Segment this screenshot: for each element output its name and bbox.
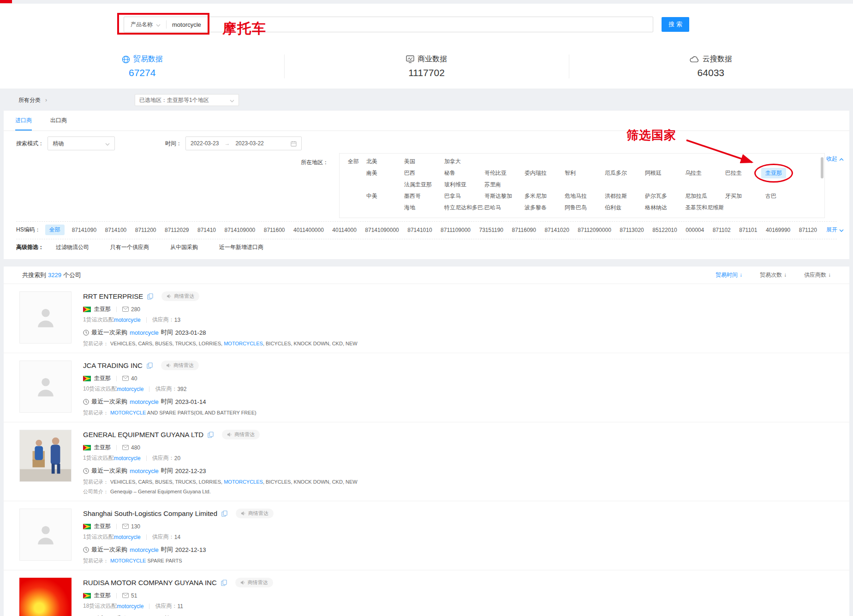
region-cell[interactable]: 苏里南 (484, 181, 525, 189)
stat-item[interactable]: 云搜数据64033 (569, 48, 853, 85)
hs-code-item[interactable]: 40114000 (332, 227, 357, 233)
company-thumbnail[interactable] (19, 291, 72, 344)
sort-option[interactable]: 贸易时间↓ (716, 271, 742, 279)
hs-code-item[interactable]: 85122010 (652, 227, 677, 233)
search-mode-select[interactable]: 精确 (48, 136, 115, 150)
advanced-option[interactable]: 从中国采购 (170, 243, 198, 251)
search-button[interactable]: 搜 索 (662, 17, 689, 32)
breadcrumb-root[interactable]: 所有分类 (18, 96, 41, 104)
region-cell[interactable]: 牙买加 (725, 192, 765, 200)
region-cell[interactable]: 加拿大 (444, 158, 484, 166)
region-cell[interactable]: 洪都拉斯 (605, 192, 645, 200)
region-group-cell[interactable]: 中美 (366, 192, 404, 200)
hs-code-item[interactable]: 000004 (686, 227, 704, 233)
region-cell[interactable]: 古巴 (765, 192, 805, 200)
hs-code-item[interactable]: 87112090000 (578, 227, 611, 233)
region-cell[interactable]: 巴拿马 (444, 192, 484, 200)
region-cell[interactable]: 秘鲁 (444, 169, 484, 177)
hs-code-item[interactable]: 871102 (713, 227, 731, 233)
company-thumbnail[interactable] (19, 430, 72, 482)
advanced-option[interactable]: 近一年新增进口商 (219, 243, 263, 251)
region-cell[interactable]: 萨尔瓦多 (645, 192, 685, 200)
region-cell[interactable]: 多米尼加 (525, 192, 565, 200)
company-thumbnail[interactable] (19, 509, 72, 561)
region-cell[interactable]: 美国 (404, 158, 444, 166)
region-cell[interactable]: 危地马拉 (565, 192, 605, 200)
search-query-input[interactable]: motorcycle (167, 21, 201, 28)
region-cell[interactable]: 巴西 (404, 169, 444, 177)
company-thumbnail[interactable] (19, 578, 72, 616)
region-cell[interactable]: 委内瑞拉 (525, 169, 565, 177)
company-name[interactable]: RRT ENTERPRISE (83, 292, 143, 300)
business-radar-badge[interactable]: 商情雷达 (235, 578, 273, 587)
copy-icon[interactable] (147, 362, 153, 369)
hs-code-item[interactable]: 8714100 (105, 227, 127, 233)
business-radar-badge[interactable]: 商情雷达 (161, 291, 199, 301)
region-cell[interactable]: 法属圭亚那 (404, 181, 444, 189)
region-cell[interactable]: 玻利维亚 (444, 181, 484, 189)
stat-item[interactable]: 商业数据1117702 (284, 48, 568, 85)
collapse-link[interactable]: 收起 (826, 155, 844, 163)
hs-code-item[interactable]: 87112029 (165, 227, 189, 233)
region-cell[interactable]: 哥斯达黎加 (484, 192, 525, 200)
business-radar-badge[interactable]: 商情雷达 (222, 430, 260, 439)
hs-code-item[interactable]: 87116090 (512, 227, 536, 233)
advanced-option[interactable]: 过滤物流公司 (56, 243, 89, 251)
region-cell[interactable]: 墨西哥 (404, 192, 444, 200)
region-cell[interactable]: 智利 (565, 169, 605, 177)
region-cell[interactable]: 阿根廷 (645, 169, 685, 177)
sort-option[interactable]: 贸易次数↓ (760, 271, 787, 279)
hs-code-item[interactable]: 8711109000 (441, 227, 471, 233)
hs-code-item[interactable]: 87141020 (544, 227, 569, 233)
region-cell[interactable]: 特立尼达和多巴... (444, 204, 484, 212)
hs-code-item[interactable]: 871101 (739, 227, 757, 233)
region-cell[interactable]: 尼加拉瓜 (685, 192, 725, 200)
expand-link[interactable]: 展开 (826, 226, 844, 234)
copy-icon[interactable] (147, 293, 153, 300)
business-radar-badge[interactable]: 商情雷达 (236, 509, 274, 518)
region-cell[interactable]: 圭亚那 (765, 168, 805, 178)
hs-code-item[interactable]: 871410 (197, 227, 216, 233)
tab-item[interactable]: 出口商 (50, 111, 67, 130)
company-name[interactable]: GENERAL EQUIPMENT GUYANA LTD (83, 431, 203, 438)
region-cell[interactable]: 波多黎各 (525, 204, 565, 212)
region-cell[interactable]: 乌拉圭 (685, 169, 725, 177)
copy-icon[interactable] (221, 580, 227, 586)
copy-icon[interactable] (208, 432, 214, 438)
search-field-selector[interactable]: 产品名称 (124, 20, 166, 29)
region-group-cell[interactable]: 北美 (366, 158, 404, 166)
region-cell[interactable]: 哥伦比亚 (484, 169, 525, 177)
region-cell[interactable]: 格林纳达 (645, 204, 685, 212)
region-cell[interactable]: 厄瓜多尔 (605, 169, 645, 177)
scrollbar-thumb[interactable] (821, 157, 823, 178)
company-thumbnail[interactable] (19, 361, 72, 413)
hs-code-item[interactable]: 8714109000 (225, 227, 256, 233)
hs-code-item[interactable]: 4011400000 (293, 227, 324, 233)
date-range-picker[interactable]: 2022-03-23 → 2023-03-22 (185, 136, 302, 150)
advanced-option[interactable]: 只有一个供应商 (110, 243, 149, 251)
region-cell[interactable]: 巴拉圭 (725, 169, 765, 177)
hs-code-item[interactable]: 73151190 (479, 227, 504, 233)
hs-code-item[interactable]: 8711600 (264, 227, 285, 233)
hs-code-item[interactable]: 8711200 (135, 227, 156, 233)
hs-code-item[interactable]: 87113020 (620, 227, 644, 233)
hs-code-item[interactable]: 87141090 (72, 227, 96, 233)
hs-code-item[interactable]: 40169990 (766, 227, 790, 233)
region-cell[interactable]: 海地 (404, 204, 444, 212)
company-name[interactable]: Shanghai South-Logistics Company Limited (83, 509, 217, 517)
tab-item[interactable]: 进口商 (15, 111, 32, 130)
region-cell-all[interactable]: 全部 (348, 158, 366, 166)
region-cell[interactable]: 伯利兹 (605, 204, 645, 212)
region-dropdown[interactable]: 已选地区：圭亚那等1个地区 (135, 94, 239, 106)
business-radar-badge[interactable]: 商情雷达 (161, 361, 199, 370)
hs-code-all[interactable]: 全部 (45, 225, 65, 235)
region-cell[interactable]: 圣基茨和尼维斯 (685, 204, 725, 212)
hs-code-item[interactable]: 87141090000 (365, 227, 399, 233)
sort-option[interactable]: 供应商数↓ (804, 271, 831, 279)
region-cell[interactable]: 巴哈马 (484, 204, 525, 212)
company-name[interactable]: RUDISA MOTOR COMPANY GUYANA INC (83, 579, 217, 586)
region-cell[interactable]: 阿鲁巴岛 (565, 204, 605, 212)
copy-icon[interactable] (221, 510, 227, 517)
hs-code-item[interactable]: 871120 (799, 227, 817, 233)
region-group-cell[interactable]: 南美 (366, 169, 404, 177)
